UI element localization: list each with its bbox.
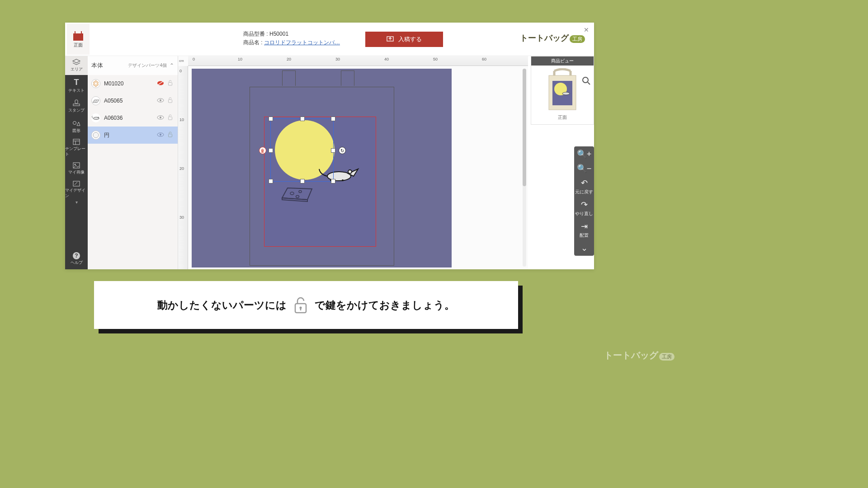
svg-point-13 [94, 101, 95, 102]
lock-icon[interactable] [168, 97, 174, 104]
stamp-cheese[interactable] [279, 183, 316, 203]
layer-name: A06036 [104, 115, 153, 121]
placement-button[interactable]: ⇥配置 [580, 221, 589, 239]
undo-button[interactable]: ↶元に戻す [575, 178, 593, 195]
layer-row[interactable]: A06036 [88, 109, 178, 127]
resize-handle[interactable] [269, 148, 273, 153]
logo-text: トートバッグ [520, 33, 569, 43]
resize-handle[interactable] [269, 117, 273, 121]
rail-area[interactable]: エリア [65, 56, 88, 75]
layer-row-selected[interactable]: 円 [88, 127, 178, 144]
svg-point-28 [290, 192, 294, 195]
zoom-out-button[interactable]: 🔍− [577, 164, 592, 174]
topbar: 正面 商品型番 : H50001 商品名 : コロリドフラットコットンバ… 入稿… [65, 23, 594, 56]
svg-point-17 [160, 99, 161, 101]
layers-count: デザインパーツ4個 [128, 62, 167, 69]
float-tool-panel: 🔍+ 🔍− ↶元に戻す ↷やり直し ⇥配置 ⌄ [574, 146, 594, 256]
ruler-vertical: 0 10 20 30 [178, 66, 188, 269]
bag-handle [282, 70, 296, 86]
resize-handle[interactable] [269, 179, 273, 183]
rail-myimage[interactable]: マイ画像 [65, 158, 88, 179]
svg-point-14 [96, 100, 97, 101]
upload-icon [387, 36, 395, 42]
app-window: ✕ 正面 商品型番 : H50001 商品名 : コロリドフラットコットンバ… [65, 23, 594, 269]
eye-icon[interactable] [157, 132, 164, 138]
selection-box[interactable]: 🗑 ↻ [270, 118, 334, 182]
resize-handle[interactable] [300, 179, 305, 183]
scrollbar-vertical[interactable] [523, 69, 526, 267]
eye-icon[interactable] [157, 98, 164, 104]
layers-panel: 本体 デザインパーツ4個 ⌃ M01020 [88, 56, 178, 269]
rail-mydesign[interactable]: マイデザイン [65, 179, 88, 200]
shapes-icon [72, 120, 80, 127]
main: エリア T テキスト スタンプ 図形 テンプレート マイ画像 [65, 56, 594, 269]
eye-icon[interactable] [157, 115, 164, 121]
lock-icon[interactable] [168, 131, 174, 139]
zoom-out-icon: 🔍− [577, 164, 592, 174]
tool-rail: エリア T テキスト スタンプ 図形 テンプレート マイ画像 [65, 56, 88, 269]
svg-rect-18 [169, 100, 172, 103]
svg-point-24 [93, 132, 99, 138]
submit-button[interactable]: 入稿する [365, 32, 443, 47]
product-preview[interactable] [544, 68, 580, 113]
rail-chevron-down[interactable]: ▾ [65, 200, 88, 206]
canvas-area: cm 0 10 20 30 40 50 60 0 10 20 30 [178, 56, 528, 269]
corner-logo: トートバッグ 工房 [604, 349, 675, 361]
rail-text[interactable]: T テキスト [65, 75, 88, 96]
redo-icon: ↷ [581, 200, 588, 210]
resize-handle[interactable] [331, 179, 335, 183]
resize-handle[interactable] [331, 148, 335, 153]
view-tab-label: 正面 [74, 42, 83, 48]
svg-rect-43 [300, 308, 302, 310]
canvas-stage[interactable]: 🗑 ↻ [192, 69, 452, 267]
rotate-icon[interactable]: ↻ [339, 147, 346, 154]
layer-thumb [91, 113, 100, 122]
bag-handle [341, 70, 354, 86]
svg-point-29 [299, 191, 302, 193]
svg-point-9 [95, 83, 97, 84]
layer-name: 円 [104, 131, 153, 139]
eye-off-icon[interactable] [157, 80, 164, 87]
scrollbar-thumb[interactable] [523, 69, 526, 186]
rail-stamp[interactable]: スタンプ [65, 96, 88, 117]
svg-point-20 [98, 117, 99, 118]
logo-badge: 工房 [570, 35, 585, 43]
svg-rect-12 [169, 83, 172, 86]
rail-help[interactable]: ? ヘルプ [65, 249, 88, 269]
caption-text-post: で鍵をかけておきましょう。 [315, 298, 455, 312]
layers-collapse[interactable]: ⌃ [170, 62, 174, 69]
rail-shape[interactable]: 図形 [65, 117, 88, 137]
more-chevron-down[interactable]: ⌄ [581, 243, 588, 253]
svg-point-15 [95, 102, 96, 103]
zoom-in-icon: 🔍+ [577, 149, 592, 159]
resize-handle[interactable] [300, 117, 305, 121]
redo-button[interactable]: ↷やり直し [575, 200, 593, 217]
view-tab-front[interactable]: 正面 [67, 24, 90, 55]
magnify-icon[interactable] [582, 76, 591, 88]
caption-text-pre: 動かしたくないパーツには [157, 298, 287, 312]
svg-point-4 [73, 122, 76, 125]
rail-template[interactable]: テンプレート [65, 137, 88, 158]
product-name-link[interactable]: コロリドフラットコットンバ… [264, 39, 340, 46]
svg-point-32 [348, 170, 352, 174]
svg-rect-27 [169, 134, 172, 137]
layer-row[interactable]: A05065 [88, 92, 178, 109]
zoom-in-button[interactable]: 🔍+ [577, 149, 592, 159]
bag-icon [72, 30, 84, 41]
svg-rect-3 [73, 104, 80, 106]
help-icon: ? [73, 252, 80, 259]
delete-icon[interactable]: 🗑 [259, 147, 266, 154]
model-label: 商品型番 : [243, 31, 268, 37]
svg-point-22 [160, 117, 161, 118]
lock-icon[interactable] [168, 114, 174, 122]
right-pane: 商品ビュー 正面 🔍+ [528, 56, 594, 269]
product-meta: 商品型番 : H50001 商品名 : コロリドフラットコットンバ… [243, 30, 340, 47]
ruler-unit: cm [179, 59, 184, 63]
svg-rect-2 [75, 100, 78, 103]
layers-header: 本体 デザインパーツ4個 ⌃ [88, 56, 178, 75]
layers-icon [72, 59, 80, 66]
undo-icon: ↶ [581, 178, 588, 188]
resize-handle[interactable] [331, 117, 335, 121]
lock-icon[interactable] [168, 80, 174, 87]
layer-row[interactable]: M01020 [88, 75, 178, 92]
